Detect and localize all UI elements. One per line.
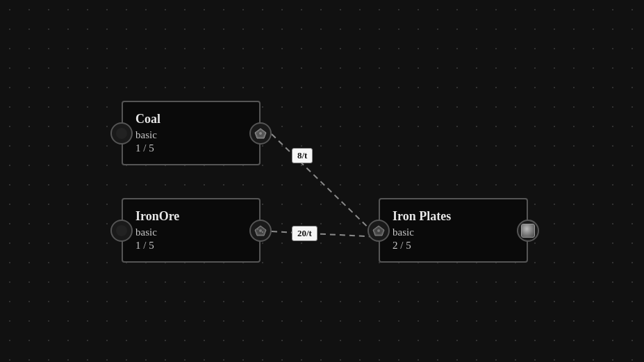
ironore-icon bbox=[254, 224, 267, 237]
ironplates-left-icon bbox=[372, 224, 386, 237]
svg-point-12 bbox=[377, 229, 380, 232]
coal-title: Coal bbox=[135, 112, 247, 126]
ironore-title: IronOre bbox=[135, 209, 247, 224]
svg-point-4 bbox=[259, 132, 262, 135]
coal-ore-icon bbox=[254, 127, 267, 140]
ironore-type: basic bbox=[135, 227, 247, 238]
ironplates-right-port[interactable] bbox=[517, 220, 539, 242]
svg-point-7 bbox=[259, 229, 262, 232]
ironore-node[interactable]: IronOre basic 1 / 5 bbox=[122, 198, 261, 263]
svg-line-1 bbox=[272, 231, 378, 237]
ironore-rate-badge: 20/t bbox=[292, 226, 317, 241]
coal-rate-value: 8/t bbox=[297, 150, 307, 161]
ironore-right-port[interactable] bbox=[249, 220, 272, 242]
canvas: Coal basic 1 / 5 8/t IronOre basic 1 / 5 bbox=[0, 0, 644, 362]
plate-icon bbox=[521, 224, 535, 238]
connections-svg bbox=[0, 0, 644, 362]
ironplates-title: Iron Plates bbox=[393, 209, 514, 224]
svg-point-8 bbox=[257, 228, 258, 229]
ironore-rate-value: 20/t bbox=[297, 228, 312, 238]
coal-right-port[interactable] bbox=[249, 122, 272, 145]
ironplates-left-port[interactable] bbox=[368, 220, 390, 242]
coal-count: 1 / 5 bbox=[135, 142, 247, 154]
coal-type: basic bbox=[135, 129, 247, 141]
svg-point-9 bbox=[262, 231, 263, 233]
ironplates-node[interactable]: Iron Plates basic 2 / 5 bbox=[379, 198, 528, 263]
svg-line-0 bbox=[272, 134, 378, 237]
ironplates-type: basic bbox=[393, 227, 514, 238]
ironore-left-port[interactable] bbox=[110, 220, 133, 242]
coal-node[interactable]: Coal basic 1 / 5 bbox=[122, 101, 261, 165]
ironore-count: 1 / 5 bbox=[135, 240, 247, 252]
coal-left-port[interactable] bbox=[110, 122, 133, 145]
ironplates-count: 2 / 5 bbox=[393, 240, 514, 252]
coal-rate-badge: 8/t bbox=[292, 148, 313, 163]
